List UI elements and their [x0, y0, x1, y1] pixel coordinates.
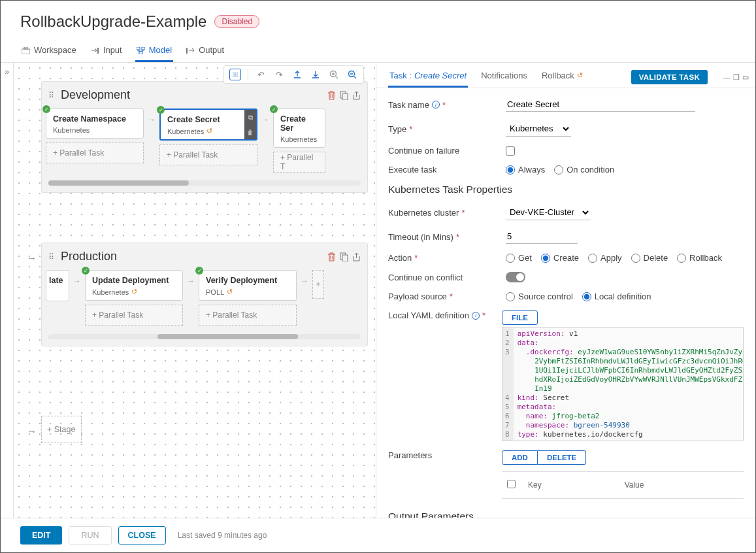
label-continue-failure: Continue on failure: [388, 146, 459, 156]
tab-model[interactable]: Model: [135, 41, 173, 62]
maximize-icon[interactable]: ▭: [742, 73, 749, 82]
add-parameter-button[interactable]: ADD: [502, 450, 538, 465]
stage-connector-icon: →: [27, 252, 37, 263]
radio-rollback[interactable]: Rollback: [677, 253, 722, 263]
delete-task-icon[interactable]: 🗑: [247, 129, 254, 136]
stage-scrollbar[interactable]: [48, 334, 361, 339]
type-select[interactable]: Kubernetes: [506, 121, 571, 137]
panel-tab-task[interactable]: Task :Create Secret: [388, 67, 468, 88]
tab-workspace[interactable]: Workspace: [20, 41, 78, 62]
copy-task-icon[interactable]: ⧉: [248, 114, 253, 122]
rollback-icon: ↺: [227, 288, 233, 296]
add-parallel-task[interactable]: + Parallel Task: [199, 305, 297, 326]
run-button: RUN: [69, 526, 111, 545]
delete-stage-icon[interactable]: [327, 252, 336, 261]
label-type: Type: [388, 124, 406, 134]
delete-parameter-button[interactable]: DELETE: [538, 450, 586, 465]
label-task-name: Task name: [388, 100, 429, 110]
task-card-create-service[interactable]: ✓ Create Ser Kubernetes: [273, 109, 325, 148]
svg-rect-6: [186, 48, 188, 54]
svg-rect-16: [342, 93, 348, 100]
card-subtitle: POLL: [206, 288, 224, 296]
add-task-button[interactable]: +: [312, 270, 324, 299]
cluster-select[interactable]: Dev-VKE-Cluster: [506, 205, 591, 220]
copy-stage-icon[interactable]: [340, 252, 348, 261]
column-value: Value: [621, 473, 742, 497]
drag-handle-icon[interactable]: ⠿: [48, 252, 56, 261]
radio-local-definition[interactable]: Local definition: [582, 292, 651, 301]
task-card-create-secret[interactable]: ✓ Create Secret Kubernetes↺ ⧉ 🗑: [159, 109, 257, 141]
tab-task-prefix: Task :: [389, 71, 412, 80]
task-name-input[interactable]: [506, 97, 695, 112]
tab-input[interactable]: Input: [90, 41, 123, 62]
radio-source-control[interactable]: Source control: [506, 292, 573, 301]
add-stage-button[interactable]: + Stage: [41, 416, 82, 443]
radio-on-condition[interactable]: On condition: [554, 165, 614, 175]
select-all-checkbox[interactable]: [507, 480, 516, 488]
task-card-create-namespace[interactable]: ✓ Create Namespace Kubernetes: [46, 109, 144, 139]
stage-scrollbar[interactable]: [48, 180, 361, 186]
radio-get[interactable]: Get: [506, 253, 532, 263]
file-button[interactable]: FILE: [502, 310, 538, 325]
redo-icon[interactable]: ↷: [273, 69, 285, 80]
info-icon[interactable]: i: [472, 312, 480, 320]
panel-tab-rollback[interactable]: Rollback↺: [540, 67, 584, 88]
download-icon[interactable]: [310, 69, 321, 80]
check-icon: ✓: [157, 106, 165, 114]
svg-point-11: [237, 74, 237, 75]
task-card-verify-deployment[interactable]: ✓ Verify Deployment POLL↺: [199, 270, 297, 301]
tab-output[interactable]: Output: [185, 41, 225, 62]
undo-icon[interactable]: ↶: [255, 69, 267, 80]
zoom-out-icon[interactable]: [346, 69, 358, 80]
continue-conflict-toggle[interactable]: [506, 272, 525, 282]
stage-development-title: Development: [61, 88, 327, 102]
minimize-icon[interactable]: —: [723, 73, 731, 82]
label-parameters: Parameters: [388, 450, 432, 460]
task-card-partial[interactable]: late: [46, 270, 69, 301]
radio-create[interactable]: Create: [541, 253, 579, 263]
svg-point-8: [233, 74, 234, 75]
timeout-input[interactable]: [506, 229, 578, 244]
column-key: Key: [524, 473, 619, 497]
yaml-editor[interactable]: 12345678 apiVersion: v1 data: .dockercfg…: [502, 327, 744, 441]
add-parallel-task[interactable]: + Parallel Task: [85, 305, 183, 326]
svg-rect-2: [97, 48, 99, 54]
add-parallel-task[interactable]: + Parallel Task: [159, 144, 257, 165]
svg-rect-1: [24, 47, 27, 49]
export-stage-icon[interactable]: [352, 91, 361, 100]
edit-button[interactable]: EDIT: [20, 526, 62, 545]
close-button[interactable]: CLOSE: [118, 526, 166, 545]
radio-always[interactable]: Always: [506, 165, 545, 175]
card-title: Verify Deployment: [206, 276, 289, 285]
delete-stage-icon[interactable]: [327, 91, 336, 100]
continue-failure-checkbox[interactable]: [506, 146, 515, 156]
collapse-canvas-button[interactable]: »: [1, 63, 14, 518]
add-parallel-task[interactable]: + Parallel T: [273, 152, 325, 173]
card-title: Create Secret: [167, 115, 242, 124]
radio-delete[interactable]: Delete: [631, 253, 668, 263]
panel-tab-notifications[interactable]: Notifications: [480, 67, 529, 88]
pipeline-canvas[interactable]: ↶ ↷ ⠿ Development ✓ Create Namespace Kub…: [14, 63, 376, 518]
task-card-update-deployment[interactable]: ✓ Update Deployment Kubernetes↺: [85, 270, 183, 301]
model-icon: [137, 47, 145, 54]
tab-model-label: Model: [149, 45, 172, 55]
add-parallel-task[interactable]: + Parallel Task: [46, 142, 144, 163]
input-icon: [91, 47, 99, 54]
copy-stage-icon[interactable]: [340, 91, 348, 100]
card-subtitle: Kubernetes: [280, 135, 317, 143]
upload-icon[interactable]: [291, 69, 303, 80]
arrow-icon: →: [148, 115, 156, 124]
validate-task-button[interactable]: VALIDATE TASK: [631, 70, 708, 84]
keyboard-icon[interactable]: [229, 69, 241, 80]
card-title: late: [49, 276, 66, 285]
zoom-in-icon[interactable]: [328, 69, 340, 80]
svg-rect-4: [142, 47, 145, 50]
info-icon[interactable]: i: [432, 101, 440, 109]
export-stage-icon[interactable]: [352, 252, 361, 261]
svg-rect-12: [234, 75, 237, 76]
radio-apply[interactable]: Apply: [588, 253, 622, 263]
arrow-icon: →: [301, 276, 308, 286]
restore-icon[interactable]: ❐: [733, 73, 740, 82]
page-title: RollbackUpgrade-Example: [20, 12, 206, 31]
drag-handle-icon[interactable]: ⠿: [48, 91, 56, 100]
